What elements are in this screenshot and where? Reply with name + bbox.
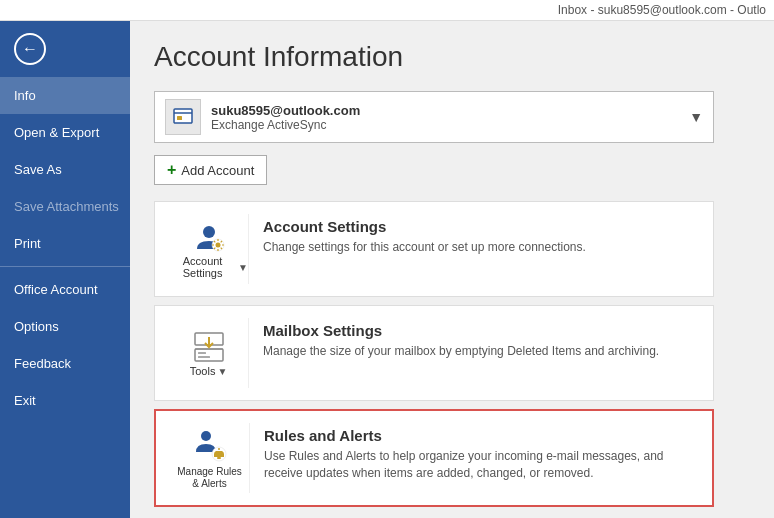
chevron-down-icon: ▼ <box>238 262 248 273</box>
mailbox-settings-title: Mailbox Settings <box>263 322 699 339</box>
sidebar-item-save-as[interactable]: Save As <box>0 151 130 188</box>
add-account-label: Add Account <box>181 163 254 178</box>
mailbox-settings-icon-box: Tools ▼ <box>169 318 249 388</box>
sidebar-item-open-export[interactable]: Open & Export <box>0 114 130 151</box>
account-icon <box>165 99 201 135</box>
account-settings-title: Account Settings <box>263 218 699 235</box>
account-settings-icon-label: Account Settings ▼ <box>169 255 248 279</box>
account-email: suku8595@outlook.com <box>211 103 703 118</box>
sidebar-item-feedback[interactable]: Feedback <box>0 345 130 382</box>
rules-alerts-svg <box>192 426 228 466</box>
rules-alerts-desc: Use Rules and Alerts to help organize yo… <box>264 448 698 482</box>
account-settings-icon-box: Account Settings ▼ <box>169 214 249 284</box>
svg-rect-14 <box>217 457 221 459</box>
mailbox-settings-card[interactable]: Tools ▼ Mailbox Settings Manage the size… <box>154 305 714 401</box>
rules-alerts-icon-label: Manage Rules& Alerts <box>177 466 241 490</box>
mailbox-settings-content: Mailbox Settings Manage the size of your… <box>263 318 699 360</box>
svg-rect-6 <box>195 349 223 361</box>
content-area: Account Information suku8595@outlook.com… <box>130 21 774 518</box>
svg-rect-10 <box>198 352 206 354</box>
page-title: Account Information <box>154 41 750 73</box>
account-settings-content: Account Settings Change settings for thi… <box>263 214 699 256</box>
sidebar-item-save-attachments[interactable]: Save Attachments <box>0 188 130 225</box>
sidebar-item-info[interactable]: Info <box>0 77 130 114</box>
svg-point-12 <box>201 431 211 441</box>
rules-alerts-content: Rules and Alerts Use Rules and Alerts to… <box>264 423 698 482</box>
mailbox-settings-desc: Manage the size of your mailbox by empty… <box>263 343 699 360</box>
main-layout: ← Info Open & Export Save As Save Attach… <box>0 21 774 518</box>
account-type: Exchange ActiveSync <box>211 118 703 132</box>
sidebar-divider <box>0 266 130 267</box>
add-plus-icon: + <box>167 161 176 179</box>
back-circle-icon: ← <box>14 33 46 65</box>
sidebar-item-exit[interactable]: Exit <box>0 382 130 419</box>
account-settings-desc: Change settings for this account or set … <box>263 239 699 256</box>
svg-point-3 <box>203 226 215 238</box>
account-settings-svg <box>191 219 227 255</box>
svg-point-15 <box>218 448 220 450</box>
title-bar: Inbox - suku8595@outlook.com - Outlo <box>0 0 774 21</box>
account-dropdown[interactable]: suku8595@outlook.com Exchange ActiveSync… <box>154 91 714 143</box>
svg-rect-11 <box>198 356 210 358</box>
svg-point-5 <box>215 243 220 248</box>
rules-alerts-icon-box: Manage Rules& Alerts <box>170 423 250 493</box>
rules-alerts-card[interactable]: Manage Rules& Alerts Rules and Alerts Us… <box>154 409 714 507</box>
back-button[interactable]: ← <box>0 21 130 77</box>
dropdown-arrow-icon: ▼ <box>689 109 703 125</box>
account-settings-card[interactable]: Account Settings ▼ Account Settings Chan… <box>154 201 714 297</box>
sidebar-item-options[interactable]: Options <box>0 308 130 345</box>
title-bar-text: Inbox - suku8595@outlook.com - Outlo <box>558 3 766 17</box>
add-account-button[interactable]: + Add Account <box>154 155 267 185</box>
svg-rect-0 <box>174 109 192 123</box>
account-icon-svg <box>171 105 195 129</box>
svg-rect-2 <box>177 116 182 120</box>
sidebar-item-office-account[interactable]: Office Account <box>0 271 130 308</box>
sidebar-item-print[interactable]: Print <box>0 225 130 262</box>
sidebar: ← Info Open & Export Save As Save Attach… <box>0 21 130 518</box>
chevron-down-icon-2: ▼ <box>217 366 227 377</box>
mailbox-settings-icon-label: Tools ▼ <box>190 365 228 377</box>
rules-alerts-title: Rules and Alerts <box>264 427 698 444</box>
mailbox-settings-svg <box>191 329 227 365</box>
account-info: suku8595@outlook.com Exchange ActiveSync <box>211 103 703 132</box>
